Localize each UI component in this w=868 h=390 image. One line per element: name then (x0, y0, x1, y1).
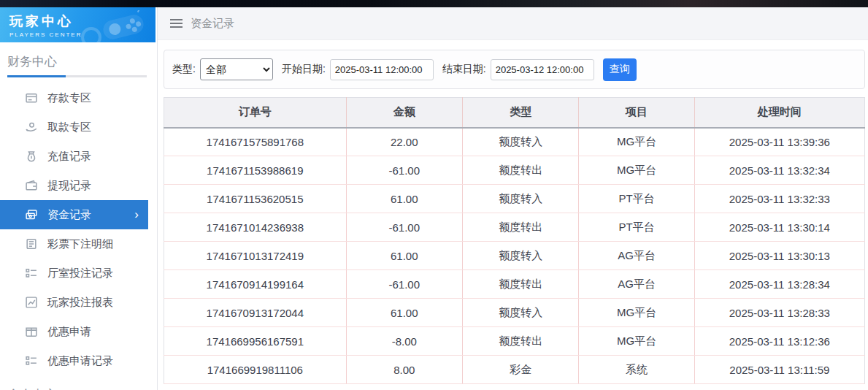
section-title-finance: 财务中心 (0, 42, 157, 75)
cell-project: AG平台 (579, 242, 694, 270)
cell-process-time: 2025-03-11 13:32:34 (694, 156, 864, 185)
sidebar-item-label: 资金记录 (47, 208, 91, 222)
records-table: 订单号金额类型项目处理时间 1741671575891768 22.00 额度转… (164, 97, 865, 384)
cell-project: 系统 (579, 356, 694, 384)
cell-process-time: 2025-03-11 13:28:33 (694, 299, 864, 327)
table-row: 1741670914199164 -61.00 额度转出 AG平台 2025-0… (164, 270, 865, 299)
sidebar-item-promo-application-records[interactable]: 优惠申请记录 (0, 346, 157, 375)
cell-type: 额度转入 (462, 185, 578, 213)
sidebar-item-player-bet-report[interactable]: 玩家投注报表 (0, 288, 157, 317)
table-row: 1741671153988619 -61.00 额度转出 MG平台 2025-0… (164, 156, 865, 185)
column-header: 项目 (579, 98, 694, 128)
cell-amount: 61.00 (346, 242, 462, 270)
cell-order-number: 1741671575891768 (164, 128, 347, 156)
type-select[interactable]: 全部 (200, 58, 273, 80)
sidebar-item-withdrawal-records[interactable]: 提现记录 (0, 171, 157, 200)
sidebar-item-label: 优惠申请 (47, 325, 91, 339)
cell-order-number: 1741669919811106 (164, 356, 347, 384)
table-row: 1741671575891768 22.00 额度转入 MG平台 2025-03… (164, 128, 865, 156)
sidebar-item-deposit-zone[interactable]: 存款专区 (0, 83, 157, 112)
end-date-label: 结束日期: (442, 63, 486, 76)
sidebar: 玩家中心 PLAYERS CENTER 财务中心 (0, 7, 158, 390)
page-title: 资金记录 (191, 17, 234, 31)
main-content: 资金记录 类型: 全部 开始日期: 结束日期: 查询 订单号金额类型项目处理时间 (158, 7, 868, 390)
start-date-label: 开始日期: (282, 63, 326, 76)
window-top-bar (0, 0, 868, 7)
table-row: 1741671014236938 -61.00 额度转出 PT平台 2025-0… (164, 213, 865, 242)
withdrawal-wallet-icon (25, 179, 38, 192)
column-header: 订单号 (164, 98, 347, 128)
table-row: 1741669919811106 8.00 彩金 系统 2025-03-11 1… (164, 356, 865, 384)
cell-project: MG平台 (579, 299, 694, 327)
cell-process-time: 2025-03-11 13:28:34 (694, 270, 864, 299)
recharge-moneybag-icon (25, 150, 38, 163)
cell-amount: -8.00 (346, 327, 462, 356)
sidebar-item-label: 充值记录 (47, 150, 91, 164)
sidebar-item-label: 优惠申请记录 (47, 354, 113, 368)
player-report-chart-icon (25, 296, 38, 309)
sidebar-item-hall-bet-records[interactable]: 厅室投注记录 (0, 259, 157, 288)
sidebar-item-recharge-records[interactable]: 充值记录 (0, 142, 157, 171)
chevron-right-icon: › (134, 208, 139, 221)
cell-order-number: 1741670913172044 (164, 299, 347, 327)
search-button[interactable]: 查询 (603, 58, 637, 81)
cell-project: MG平台 (579, 128, 694, 156)
cell-order-number: 1741671013172419 (164, 242, 347, 270)
sidebar-item-promo-application[interactable]: 优惠申请 (0, 317, 157, 346)
sidebar-menu: 存款专区 取款专区 充值记录 提现记录 资金记录 › 彩票下注明细 (0, 83, 157, 375)
cell-type: 额度转入 (462, 299, 578, 327)
promo-apply-gift-icon (25, 325, 38, 338)
cell-project: AG平台 (579, 270, 694, 299)
cell-order-number: 1741671153620515 (164, 185, 347, 213)
cell-amount: -61.00 (346, 213, 462, 242)
table-row: 1741670913172044 61.00 额度转入 MG平台 2025-03… (164, 299, 865, 327)
deposit-card-icon (25, 91, 38, 104)
column-header: 类型 (462, 98, 578, 128)
column-header: 金额 (346, 98, 462, 128)
sidebar-item-label: 提现记录 (47, 179, 91, 193)
sidebar-item-lottery-bet-details[interactable]: 彩票下注明细 (0, 229, 157, 259)
cell-process-time: 2025-03-11 13:12:36 (694, 327, 864, 356)
hall-bet-list-icon (25, 267, 38, 280)
cell-type: 额度转出 (462, 327, 578, 356)
cell-amount: -61.00 (346, 156, 462, 185)
cell-project: MG平台 (579, 327, 694, 356)
funds-cards-icon (25, 208, 38, 221)
cell-amount: 8.00 (346, 356, 462, 384)
sidebar-item-label: 彩票下注明细 (47, 237, 113, 251)
lottery-book-icon (25, 237, 38, 251)
cell-process-time: 2025-03-11 13:39:36 (694, 128, 864, 156)
sidebar-item-label: 玩家投注报表 (47, 296, 113, 310)
breadcrumb: 资金记录 (158, 7, 868, 40)
gamepad-icon (97, 10, 150, 42)
type-label: 类型: (172, 63, 196, 76)
cell-project: MG平台 (579, 156, 694, 185)
cell-type: 额度转出 (462, 156, 578, 185)
cell-process-time: 2025-03-11 13:30:13 (694, 242, 864, 270)
promo-record-list-icon (25, 354, 38, 367)
sidebar-item-label: 存款专区 (47, 91, 91, 105)
table-row: 1741669956167591 -8.00 额度转出 MG平台 2025-03… (164, 327, 865, 356)
sidebar-item-funds-records[interactable]: 资金记录 › (0, 200, 148, 229)
cell-type: 额度转出 (462, 270, 578, 299)
end-date-input[interactable] (491, 59, 594, 80)
cell-type: 额度转出 (462, 213, 578, 242)
cell-project: PT平台 (579, 185, 694, 213)
cell-type: 额度转入 (462, 242, 578, 270)
sidebar-item-withdraw-zone[interactable]: 取款专区 (0, 112, 157, 142)
cell-project: PT平台 (579, 213, 694, 242)
brand-header: 玩家中心 PLAYERS CENTER (0, 7, 155, 42)
cell-amount: 22.00 (346, 128, 462, 156)
hamburger-menu-icon[interactable] (170, 19, 183, 28)
cell-type: 彩金 (462, 356, 578, 384)
start-date-input[interactable] (330, 59, 434, 80)
table-row: 1741671013172419 61.00 额度转入 AG平台 2025-03… (164, 242, 865, 270)
cell-order-number: 1741669956167591 (164, 327, 347, 356)
section-divider (7, 75, 147, 77)
sidebar-item-label: 取款专区 (47, 121, 91, 134)
cell-order-number: 1741670914199164 (164, 270, 347, 299)
cell-type: 额度转入 (462, 128, 578, 156)
cell-order-number: 1741671153988619 (164, 156, 347, 185)
cell-order-number: 1741671014236938 (164, 213, 347, 242)
cell-process-time: 2025-03-11 13:32:33 (694, 185, 864, 213)
